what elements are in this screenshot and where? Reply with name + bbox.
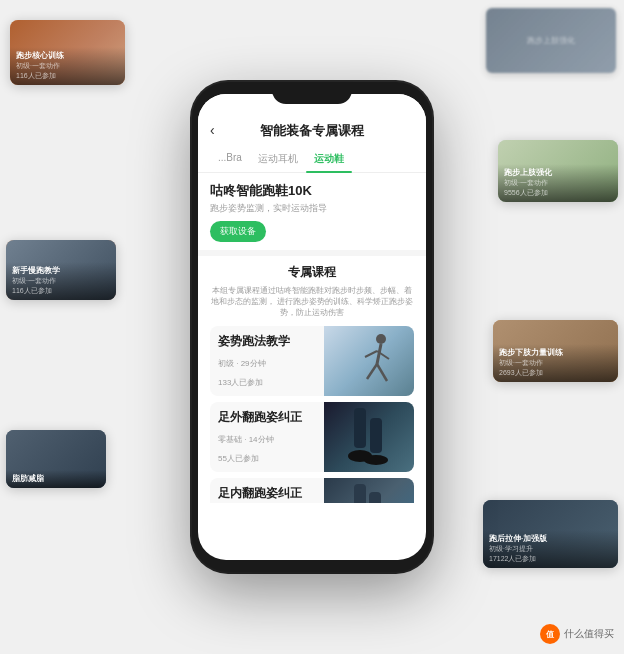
course-card-3[interactable]: 足内翻跑姿纠正 零基础 · 12分钟 31人已参加	[210, 478, 414, 503]
tab-bar: ...Bra 运动耳机 运动鞋	[198, 146, 426, 173]
float-card-participants: 116人已参加	[16, 71, 119, 81]
svg-line-4	[365, 351, 377, 357]
course-participants-2: 55人已参加	[218, 453, 316, 464]
svg-rect-7	[370, 418, 382, 453]
float-card-title-3: 新手慢跑教学	[12, 266, 110, 276]
svg-point-9	[364, 455, 388, 465]
course-image-1	[324, 326, 414, 396]
watermark-text: 什么值得买	[564, 627, 614, 641]
bg-float-top-right: 跑步上肢强化	[486, 8, 616, 73]
float-card-subtitle: 初级·一套动作	[16, 61, 119, 71]
course-card-1[interactable]: 姿势跑法教学 初级 · 29分钟 133人已参加	[210, 326, 414, 396]
float-card-title-2: 跑步上肢强化	[504, 168, 612, 178]
float-card-title-5: 脂肪减脂	[12, 474, 100, 484]
float-card-title: 跑步核心训练	[16, 51, 119, 61]
course-title-3: 足内翻跑姿纠正	[218, 486, 316, 500]
course-title-2: 足外翻跑姿纠正	[218, 410, 316, 424]
float-card-subtitle-4: 初级·一套动作	[499, 358, 612, 368]
watermark-logo: 值	[540, 624, 560, 644]
float-card-participants-4: 2693人已参加	[499, 368, 612, 378]
svg-rect-6	[354, 408, 366, 448]
course-info-2: 足外翻跑姿纠正 零基础 · 14分钟 55人已参加	[210, 402, 324, 472]
course-image-2	[324, 402, 414, 472]
product-name: 咕咚智能跑鞋10K	[210, 183, 414, 200]
course-section: 专属课程 本组专属课程通过咕咚智能跑鞋对跑步时步频、步幅、着地和步态的监测， 进…	[198, 256, 426, 503]
product-subtitle: 跑步姿势监测，实时运动指导	[210, 202, 414, 215]
course-title-1: 姿势跑法教学	[218, 334, 316, 348]
phone-frame: ‹ 智能装备专属课程 ...Bra 运动耳机 运动鞋 咕咚智能跑鞋10K 跑步姿…	[192, 82, 432, 572]
course-meta-1: 初级 · 29分钟	[218, 358, 316, 369]
float-card-subtitle-3: 初级·一套动作	[12, 276, 110, 286]
svg-line-2	[367, 364, 377, 379]
section-desc: 本组专属课程通过咕咚智能跑鞋对跑步时步频、步幅、着地和步态的监测， 进行跑步姿势…	[210, 285, 414, 319]
product-section: 咕咚智能跑鞋10K 跑步姿势监测，实时运动指导 获取设备	[198, 173, 426, 256]
bg-float-mid-right-bot: 跑步下肢力量训练 初级·一套动作 2693人已参加	[493, 320, 618, 382]
bg-float-top-left: 跑步核心训练 初级·一套动作 116人已参加	[10, 20, 125, 85]
float-card-participants-6: 17122人已参加	[489, 554, 612, 564]
bg-float-mid-left: 新手慢跑教学 初级·一套动作 116人已参加	[6, 240, 116, 300]
svg-line-3	[377, 364, 387, 381]
course-info-1: 姿势跑法教学 初级 · 29分钟 133人已参加	[210, 326, 324, 396]
float-card-participants-3: 116人已参加	[12, 286, 110, 296]
bg-float-bottom-left: 脂肪减脂	[6, 430, 106, 488]
svg-rect-10	[354, 484, 366, 503]
watermark: 值 什么值得买	[540, 624, 614, 644]
tab-earphone[interactable]: 运动耳机	[250, 146, 306, 172]
get-device-button[interactable]: 获取设备	[210, 221, 266, 242]
bg-float-bottom-right: 跑后拉伸·加强版 初级·学习提升 17122人已参加	[483, 500, 618, 568]
scroll-content[interactable]: 咕咚智能跑鞋10K 跑步姿势监测，实时运动指导 获取设备 专属课程 本组专属课程…	[198, 173, 426, 503]
float-card-subtitle-6: 初级·学习提升	[489, 544, 612, 554]
float-card-participants-2: 9556人已参加	[504, 188, 612, 198]
tab-shoes[interactable]: 运动鞋	[306, 146, 352, 172]
tab-bra[interactable]: ...Bra	[210, 146, 250, 172]
section-title: 专属课程	[210, 264, 414, 281]
back-button[interactable]: ‹	[210, 122, 215, 138]
bg-float-mid-right-top: 跑步上肢强化 初级·一套动作 9556人已参加	[498, 140, 618, 202]
float-card-title-6: 跑后拉伸·加强版	[489, 534, 612, 544]
svg-rect-11	[369, 492, 381, 503]
course-info-3: 足内翻跑姿纠正 零基础 · 12分钟 31人已参加	[210, 478, 324, 503]
phone-notch	[272, 82, 352, 104]
svg-point-0	[376, 334, 386, 344]
float-card-subtitle-2: 初级·一套动作	[504, 178, 612, 188]
course-card-2[interactable]: 足外翻跑姿纠正 零基础 · 14分钟 55人已参加	[210, 402, 414, 472]
float-card-title-4: 跑步下肢力量训练	[499, 348, 612, 358]
phone-screen: ‹ 智能装备专属课程 ...Bra 运动耳机 运动鞋 咕咚智能跑鞋10K 跑步姿…	[198, 94, 426, 560]
course-participants-1: 133人已参加	[218, 377, 316, 388]
course-image-3	[324, 478, 414, 503]
course-meta-2: 零基础 · 14分钟	[218, 434, 316, 445]
page-title: 智能装备专属课程	[260, 122, 364, 140]
